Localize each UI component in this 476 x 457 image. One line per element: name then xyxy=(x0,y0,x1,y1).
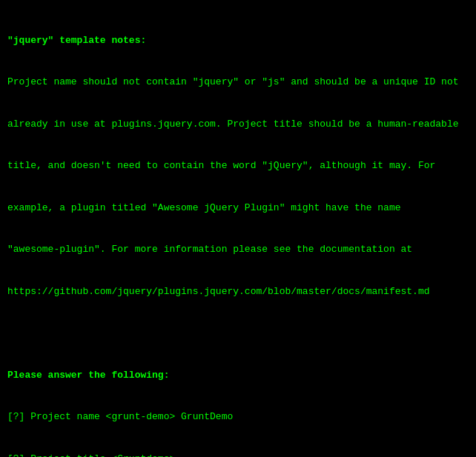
line-6: https://github.com/jquery/plugins.jquery… xyxy=(7,285,469,299)
line-5: "awesome-plugin". For more information p… xyxy=(7,243,469,257)
line-10: [?] Project title <Gruntdemo> xyxy=(7,453,469,457)
line-0: "jquery" template notes: xyxy=(7,34,469,48)
line-7 xyxy=(7,327,469,341)
line-1: Project name should not contain "jquery"… xyxy=(7,76,469,90)
terminal-output: "jquery" template notes: Project name sh… xyxy=(7,6,469,457)
line-8: Please answer the following: xyxy=(7,369,469,383)
line-3: title, and doesn't need to contain the w… xyxy=(7,159,469,173)
line-2: already in use at plugins.jquery.com. Pr… xyxy=(7,118,469,132)
line-4: example, a plugin titled "Awesome jQuery… xyxy=(7,201,469,216)
line-9: [?] Project name <grunt-demo> GruntDemo xyxy=(7,410,469,424)
